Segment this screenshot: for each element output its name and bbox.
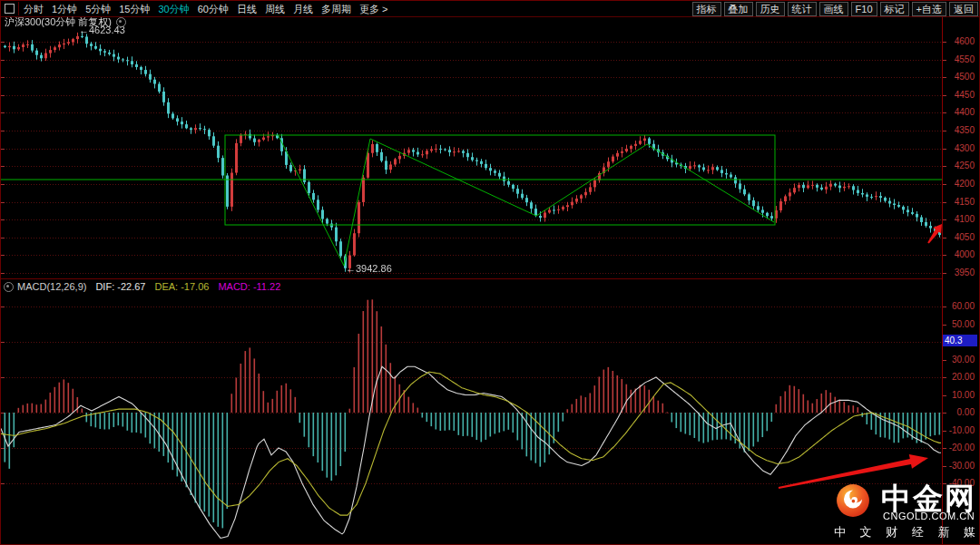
macd-axis-label: -10.00 <box>942 425 975 435</box>
tool-button-6[interactable]: 标记 <box>880 2 909 16</box>
dea-value: DEA: -17.06 <box>154 281 209 292</box>
candle-axis-label: 4100 <box>942 214 975 224</box>
tool-button-4[interactable]: 画线 <box>819 2 848 16</box>
candle-axis-label: 4050 <box>942 232 975 242</box>
axis-tick <box>943 413 946 414</box>
axis-tick <box>943 166 946 167</box>
macd-value: MACD: -11.22 <box>218 281 280 292</box>
axis-tick <box>943 95 946 96</box>
period-tab-8[interactable]: 月线 <box>293 2 313 16</box>
chart-title-row: 沪深300(30分钟 前复权) <box>5 16 126 28</box>
candle-axis-label: 4250 <box>942 161 975 170</box>
axis-value-badge: 40.3 <box>943 335 977 346</box>
tool-button-1[interactable]: 叠加 <box>724 2 753 16</box>
macd-axis-label: 20.00 <box>942 372 975 382</box>
axis-tick <box>943 42 946 43</box>
axis-tick <box>943 112 946 113</box>
axis-tick <box>943 255 946 256</box>
axis-tick <box>943 466 946 467</box>
period-tab-9[interactable]: 多周期 <box>321 2 351 16</box>
window-icon[interactable] <box>5 4 15 14</box>
macd-axis-label: 60.00 <box>942 301 975 311</box>
period-tab-7[interactable]: 周线 <box>265 2 285 16</box>
watermark: 中金网 CNGOLD.COM.CN 中 文 财 经 新 媒 体 <box>834 482 980 544</box>
indicator-collapse-icon[interactable] <box>4 282 14 292</box>
indicator-name: MACD(12,26,9) <box>17 281 86 292</box>
low-price-label: ←3942.86 <box>346 263 392 274</box>
axis-tick <box>943 448 946 449</box>
candle-axis-label: 4600 <box>942 36 975 46</box>
tool-button-7[interactable]: +自选 <box>912 2 946 16</box>
macd-axis-label: 0.00 <box>942 407 975 417</box>
brand-url: CNGOLD.COM.CN <box>883 511 975 521</box>
candle-axis-label: 4450 <box>942 90 975 100</box>
macd-axis-label: -20.00 <box>942 443 975 453</box>
axis-tick <box>943 307 946 307</box>
candle-axis-label: 4350 <box>942 125 975 135</box>
axis-tick <box>943 77 946 78</box>
period-tab-3[interactable]: 15分钟 <box>119 2 150 16</box>
macd-axis-label: 30.00 <box>942 355 975 365</box>
period-tab-10[interactable]: 更多 > <box>359 2 387 16</box>
brand-logo-icon <box>836 483 870 518</box>
period-tab-1[interactable]: 1分钟 <box>52 2 77 16</box>
chart-canvas[interactable] <box>1 1 942 545</box>
dif-value: DIF: -22.67 <box>95 281 145 292</box>
chart-title: 沪深300(30分钟 前复权) <box>5 15 112 29</box>
axis-tick <box>943 131 946 131</box>
candle-axis-label: 3950 <box>942 268 975 277</box>
toolbar-period-tabs: 分时1分钟5分钟15分钟30分钟60分钟日线周线月线多周期更多 > <box>24 2 396 16</box>
candle-axis-label: 4550 <box>942 54 975 64</box>
candle-axis-label: 4150 <box>942 197 975 207</box>
candle-axis-label: 4500 <box>942 72 975 82</box>
period-tab-6[interactable]: 日线 <box>237 2 257 16</box>
tool-button-8[interactable]: 返回 <box>949 2 978 16</box>
macd-axis-label: 10.00 <box>942 390 975 400</box>
period-tab-2[interactable]: 5分钟 <box>85 2 111 16</box>
axis-tick <box>943 273 946 274</box>
axis-tick <box>943 377 946 378</box>
brand-slogan: 中 文 财 经 新 媒 体 <box>834 524 980 540</box>
tool-button-0[interactable]: 指标 <box>692 2 721 16</box>
toolbar-separator <box>18 2 19 15</box>
candle-axis-label: 4000 <box>942 249 975 259</box>
axis-tick <box>943 184 946 185</box>
axis-tick <box>943 60 946 61</box>
tool-button-3[interactable]: 统计 <box>788 2 817 16</box>
period-tab-5[interactable]: 60分钟 <box>198 2 229 16</box>
toolbar-tool-buttons: 指标叠加历史统计画线F10标记+自选返回 <box>690 2 980 16</box>
tool-button-5[interactable]: F10 <box>851 2 877 16</box>
candle-axis-label: 4200 <box>942 179 975 189</box>
axis-tick <box>943 219 946 220</box>
axis-tick <box>943 431 946 432</box>
axis-tick <box>943 238 946 238</box>
axis-tick <box>943 325 946 326</box>
macd-header: MACD(12,26,9) DIF: -22.67 DEA: -17.06 MA… <box>1 278 942 294</box>
trading-app-window: 分时1分钟5分钟15分钟30分钟60分钟日线周线月线多周期更多 > 指标叠加历史… <box>0 0 980 545</box>
macd-axis-label: -30.00 <box>942 461 975 471</box>
axis-tick <box>943 149 946 150</box>
axis-tick <box>943 202 946 203</box>
candle-axis-label: 4300 <box>942 143 975 153</box>
period-tab-0[interactable]: 分时 <box>24 2 44 16</box>
tool-button-2[interactable]: 历史 <box>756 2 785 16</box>
title-collapse-icon[interactable] <box>116 17 126 27</box>
candle-axis-label: 4400 <box>942 107 975 117</box>
period-tab-4[interactable]: 30分钟 <box>159 2 190 16</box>
macd-axis-label: 50.00 <box>942 319 975 329</box>
toolbar: 分时1分钟5分钟15分钟30分钟60分钟日线周线月线多周期更多 > 指标叠加历史… <box>1 1 980 17</box>
axis-tick <box>943 395 946 396</box>
axis-tick <box>943 360 946 361</box>
